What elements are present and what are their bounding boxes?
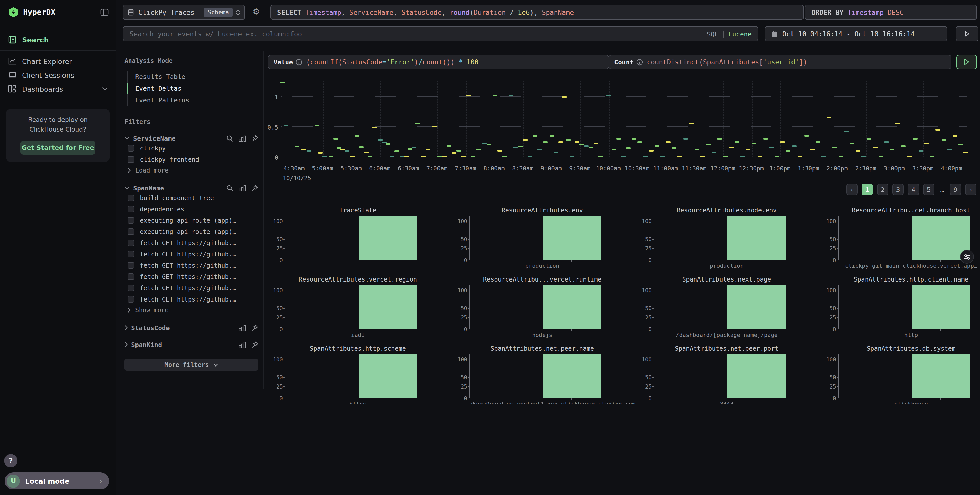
- filter-group-header[interactable]: ServiceName: [124, 134, 258, 142]
- event-delta-point[interactable]: [718, 138, 722, 140]
- checkbox[interactable]: [127, 206, 134, 213]
- event-delta-point[interactable]: [482, 143, 487, 144]
- event-delta-point[interactable]: [638, 141, 642, 143]
- event-delta-point[interactable]: [683, 138, 688, 140]
- event-delta-point[interactable]: [786, 150, 791, 152]
- event-delta-point[interactable]: [833, 147, 837, 149]
- attribute-chart-SpanAttributes.net.peer.port[interactable]: SpanAttributes.net.peer.port100502508443: [640, 339, 825, 405]
- event-delta-point[interactable]: [913, 138, 917, 140]
- event-delta-point[interactable]: [447, 145, 452, 147]
- event-delta-point[interactable]: [746, 149, 751, 151]
- event-delta-point[interactable]: [382, 141, 387, 143]
- event-delta-point[interactable]: [632, 138, 636, 140]
- event-delta-point[interactable]: [930, 155, 934, 157]
- source-select[interactable]: ClickPy Traces Schema: [123, 5, 245, 20]
- event-delta-point[interactable]: [487, 144, 492, 146]
- count-expression-input[interactable]: Count countDistinct(SpanAttributes['user…: [609, 55, 951, 69]
- event-delta-point[interactable]: [878, 155, 883, 157]
- bar-chart-icon[interactable]: [239, 341, 246, 348]
- event-delta-point[interactable]: [329, 155, 333, 157]
- attribute-chart-SpanAttributes.db.system[interactable]: SpanAttributes.db.system10050250clickhou…: [825, 339, 980, 405]
- filter-option[interactable]: clickpy: [124, 143, 258, 154]
- event-delta-point[interactable]: [345, 151, 350, 152]
- event-delta-point[interactable]: [821, 155, 826, 157]
- event-delta-point[interactable]: [671, 148, 676, 149]
- local-mode-button[interactable]: U Local mode ›: [5, 473, 109, 489]
- event-delta-point[interactable]: [827, 117, 832, 119]
- attribute-chart-SpanAttributes.net.peer.name[interactable]: SpanAttributes.net.peer.name10050250z5or…: [456, 339, 640, 405]
- event-delta-point[interactable]: [689, 123, 694, 124]
- event-delta-point[interactable]: [390, 155, 394, 157]
- event-delta-point[interactable]: [896, 123, 900, 124]
- filter-option[interactable]: clickpy-frontend: [124, 154, 258, 165]
- mini-chart-bar[interactable]: [727, 354, 786, 398]
- event-delta-point[interactable]: [850, 143, 854, 144]
- event-delta-point[interactable]: [554, 151, 558, 153]
- filter-option[interactable]: build component tree: [124, 192, 258, 203]
- pin-icon[interactable]: [251, 324, 258, 331]
- filter-option[interactable]: executing api route (app)…: [124, 226, 258, 237]
- event-delta-point[interactable]: [626, 148, 631, 149]
- event-delta-point[interactable]: [861, 155, 866, 157]
- filter-group-header[interactable]: SpanName: [124, 184, 258, 192]
- bar-chart-icon[interactable]: [239, 184, 246, 191]
- event-delta-point[interactable]: [617, 138, 621, 140]
- event-delta-point[interactable]: [386, 143, 391, 145]
- event-delta-point[interactable]: [706, 144, 711, 146]
- event-delta-point[interactable]: [838, 155, 843, 157]
- event-delta-point[interactable]: [621, 155, 626, 157]
- mini-chart-bar[interactable]: [727, 285, 786, 328]
- event-delta-point[interactable]: [318, 152, 323, 154]
- gear-icon[interactable]: ⚙: [253, 7, 260, 16]
- sidebar-item-chart-explorer[interactable]: Chart Explorer: [8, 54, 108, 68]
- checkbox[interactable]: [127, 240, 134, 246]
- filter-option[interactable]: executing api route (app)…: [124, 215, 258, 226]
- event-delta-point[interactable]: [947, 149, 951, 151]
- event-delta-point[interactable]: [901, 145, 906, 147]
- event-delta-point[interactable]: [712, 151, 716, 153]
- event-delta-point[interactable]: [442, 155, 447, 157]
- attribute-chart-ResourceAttribu..cel.branch_host[interactable]: ResourceAttribu..cel.branch_host10050250…: [825, 201, 980, 270]
- order-by-input[interactable]: ORDER BY Timestamp DESC: [805, 5, 977, 20]
- checkbox[interactable]: [127, 285, 134, 291]
- event-delta-point[interactable]: [476, 149, 481, 151]
- event-delta-point[interactable]: [280, 82, 285, 83]
- event-delta-point[interactable]: [700, 155, 705, 157]
- event-delta-point[interactable]: [543, 141, 547, 143]
- event-delta-point[interactable]: [678, 155, 682, 157]
- mini-chart-bar[interactable]: [359, 285, 417, 328]
- event-delta-point[interactable]: [378, 139, 383, 141]
- search-icon[interactable]: [226, 135, 233, 141]
- event-delta-point[interactable]: [404, 155, 409, 157]
- event-delta-point[interactable]: [368, 155, 372, 157]
- pagination-page-2[interactable]: 2: [877, 184, 888, 195]
- mini-chart-bar[interactable]: [359, 216, 417, 260]
- filter-group-header[interactable]: StatusCode: [124, 324, 258, 332]
- pagination-page-…[interactable]: …: [939, 184, 946, 195]
- attribute-chart-ResourceAttributes.node.env[interactable]: ResourceAttributes.node.env10050250produ…: [640, 201, 825, 270]
- event-delta-point[interactable]: [415, 123, 420, 124]
- event-delta-point[interactable]: [294, 146, 299, 148]
- event-delta-point[interactable]: [953, 135, 958, 136]
- checkbox[interactable]: [127, 228, 134, 235]
- event-delta-point[interactable]: [315, 125, 319, 126]
- event-delta-point[interactable]: [307, 150, 312, 152]
- analysis-mode-results-table[interactable]: Results Table: [127, 71, 258, 82]
- event-delta-point[interactable]: [574, 141, 579, 143]
- pagination-page-3[interactable]: 3: [892, 184, 904, 195]
- sidebar-item-dashboards[interactable]: Dashboards: [8, 82, 108, 96]
- event-delta-point[interactable]: [660, 155, 665, 157]
- attribute-chart-ResourceAttributes.vercel.region[interactable]: ResourceAttributes.vercel.region10050250…: [272, 270, 456, 339]
- more-filters-button[interactable]: More filters: [124, 359, 258, 371]
- attribute-chart-ResourceAttribu...vercel.runtime[interactable]: ResourceAttribu...vercel.runtime10050250…: [456, 270, 640, 339]
- select-query-input[interactable]: SELECT Timestamp, ServiceName, StatusCod…: [270, 5, 804, 20]
- event-delta-point[interactable]: [437, 155, 442, 157]
- event-delta-point[interactable]: [408, 148, 412, 150]
- filter-group-header[interactable]: SpanKind: [124, 340, 258, 349]
- event-delta-point[interactable]: [421, 155, 426, 157]
- event-delta-point[interactable]: [452, 152, 456, 154]
- run-query-button[interactable]: [956, 26, 978, 41]
- pagination-prev-button[interactable]: ‹: [846, 184, 858, 195]
- event-delta-point[interactable]: [804, 135, 809, 136]
- event-delta-point[interactable]: [598, 155, 603, 157]
